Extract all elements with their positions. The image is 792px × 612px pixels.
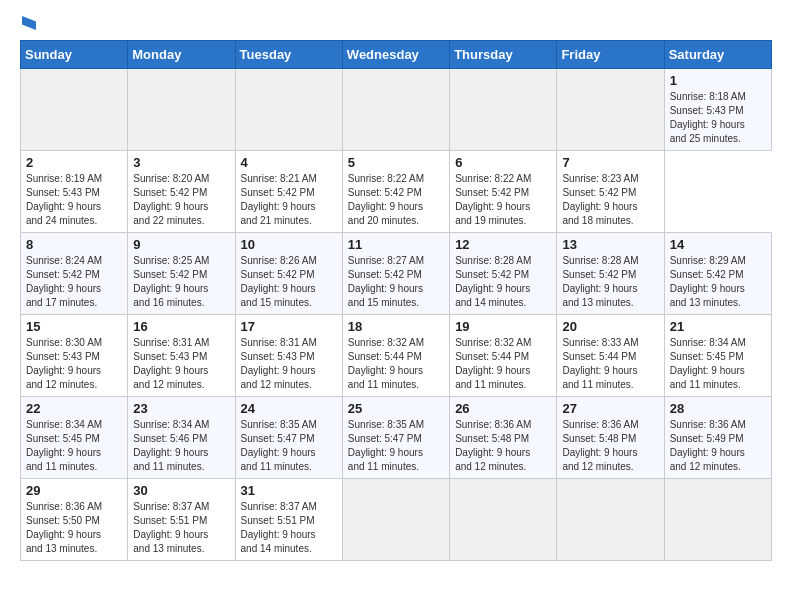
calendar-cell: 16Sunrise: 8:31 AMSunset: 5:43 PMDayligh… (128, 315, 235, 397)
calendar-week-row: 2Sunrise: 8:19 AMSunset: 5:43 PMDaylight… (21, 151, 772, 233)
calendar-cell: 10Sunrise: 8:26 AMSunset: 5:42 PMDayligh… (235, 233, 342, 315)
calendar-cell: 30Sunrise: 8:37 AMSunset: 5:51 PMDayligh… (128, 479, 235, 561)
cell-info: Sunrise: 8:35 AMSunset: 5:47 PMDaylight:… (348, 418, 444, 474)
calendar-cell (450, 479, 557, 561)
calendar-cell (557, 69, 664, 151)
day-number: 16 (133, 319, 229, 334)
calendar-cell: 9Sunrise: 8:25 AMSunset: 5:42 PMDaylight… (128, 233, 235, 315)
cell-info: Sunrise: 8:35 AMSunset: 5:47 PMDaylight:… (241, 418, 337, 474)
day-header-tuesday: Tuesday (235, 41, 342, 69)
day-number: 23 (133, 401, 229, 416)
calendar-cell: 11Sunrise: 8:27 AMSunset: 5:42 PMDayligh… (342, 233, 449, 315)
page-header (20, 16, 772, 30)
day-number: 6 (455, 155, 551, 170)
calendar-week-row: 29Sunrise: 8:36 AMSunset: 5:50 PMDayligh… (21, 479, 772, 561)
calendar-cell: 14Sunrise: 8:29 AMSunset: 5:42 PMDayligh… (664, 233, 771, 315)
cell-info: Sunrise: 8:34 AMSunset: 5:45 PMDaylight:… (26, 418, 122, 474)
calendar-cell (235, 69, 342, 151)
calendar-cell: 7Sunrise: 8:23 AMSunset: 5:42 PMDaylight… (557, 151, 664, 233)
calendar-cell: 5Sunrise: 8:22 AMSunset: 5:42 PMDaylight… (342, 151, 449, 233)
cell-info: Sunrise: 8:26 AMSunset: 5:42 PMDaylight:… (241, 254, 337, 310)
calendar-cell: 15Sunrise: 8:30 AMSunset: 5:43 PMDayligh… (21, 315, 128, 397)
day-number: 19 (455, 319, 551, 334)
cell-info: Sunrise: 8:37 AMSunset: 5:51 PMDaylight:… (133, 500, 229, 556)
calendar-cell (342, 479, 449, 561)
cell-info: Sunrise: 8:34 AMSunset: 5:45 PMDaylight:… (670, 336, 766, 392)
calendar-table: SundayMondayTuesdayWednesdayThursdayFrid… (20, 40, 772, 561)
calendar-cell: 3Sunrise: 8:20 AMSunset: 5:42 PMDaylight… (128, 151, 235, 233)
calendar-cell: 12Sunrise: 8:28 AMSunset: 5:42 PMDayligh… (450, 233, 557, 315)
day-number: 27 (562, 401, 658, 416)
cell-info: Sunrise: 8:23 AMSunset: 5:42 PMDaylight:… (562, 172, 658, 228)
day-number: 9 (133, 237, 229, 252)
calendar-cell: 23Sunrise: 8:34 AMSunset: 5:46 PMDayligh… (128, 397, 235, 479)
calendar-header-row: SundayMondayTuesdayWednesdayThursdayFrid… (21, 41, 772, 69)
cell-info: Sunrise: 8:24 AMSunset: 5:42 PMDaylight:… (26, 254, 122, 310)
day-header-saturday: Saturday (664, 41, 771, 69)
calendar-cell: 18Sunrise: 8:32 AMSunset: 5:44 PMDayligh… (342, 315, 449, 397)
calendar-cell: 19Sunrise: 8:32 AMSunset: 5:44 PMDayligh… (450, 315, 557, 397)
calendar-cell (557, 479, 664, 561)
calendar-cell: 29Sunrise: 8:36 AMSunset: 5:50 PMDayligh… (21, 479, 128, 561)
day-number: 30 (133, 483, 229, 498)
calendar-cell: 21Sunrise: 8:34 AMSunset: 5:45 PMDayligh… (664, 315, 771, 397)
cell-info: Sunrise: 8:19 AMSunset: 5:43 PMDaylight:… (26, 172, 122, 228)
cell-info: Sunrise: 8:25 AMSunset: 5:42 PMDaylight:… (133, 254, 229, 310)
day-header-sunday: Sunday (21, 41, 128, 69)
calendar-cell (342, 69, 449, 151)
calendar-cell: 8Sunrise: 8:24 AMSunset: 5:42 PMDaylight… (21, 233, 128, 315)
day-number: 3 (133, 155, 229, 170)
day-number: 29 (26, 483, 122, 498)
calendar-cell: 13Sunrise: 8:28 AMSunset: 5:42 PMDayligh… (557, 233, 664, 315)
day-number: 10 (241, 237, 337, 252)
calendar-week-row: 22Sunrise: 8:34 AMSunset: 5:45 PMDayligh… (21, 397, 772, 479)
calendar-cell: 25Sunrise: 8:35 AMSunset: 5:47 PMDayligh… (342, 397, 449, 479)
calendar-week-row: 1Sunrise: 8:18 AMSunset: 5:43 PMDaylight… (21, 69, 772, 151)
day-header-thursday: Thursday (450, 41, 557, 69)
day-number: 2 (26, 155, 122, 170)
cell-info: Sunrise: 8:20 AMSunset: 5:42 PMDaylight:… (133, 172, 229, 228)
calendar-cell: 20Sunrise: 8:33 AMSunset: 5:44 PMDayligh… (557, 315, 664, 397)
cell-info: Sunrise: 8:36 AMSunset: 5:48 PMDaylight:… (455, 418, 551, 474)
day-number: 13 (562, 237, 658, 252)
day-number: 28 (670, 401, 766, 416)
day-number: 7 (562, 155, 658, 170)
day-number: 21 (670, 319, 766, 334)
day-number: 31 (241, 483, 337, 498)
cell-info: Sunrise: 8:30 AMSunset: 5:43 PMDaylight:… (26, 336, 122, 392)
cell-info: Sunrise: 8:28 AMSunset: 5:42 PMDaylight:… (455, 254, 551, 310)
calendar-cell: 31Sunrise: 8:37 AMSunset: 5:51 PMDayligh… (235, 479, 342, 561)
calendar-cell: 2Sunrise: 8:19 AMSunset: 5:43 PMDaylight… (21, 151, 128, 233)
day-number: 11 (348, 237, 444, 252)
calendar-cell: 27Sunrise: 8:36 AMSunset: 5:48 PMDayligh… (557, 397, 664, 479)
cell-info: Sunrise: 8:37 AMSunset: 5:51 PMDaylight:… (241, 500, 337, 556)
calendar-cell: 17Sunrise: 8:31 AMSunset: 5:43 PMDayligh… (235, 315, 342, 397)
cell-info: Sunrise: 8:36 AMSunset: 5:50 PMDaylight:… (26, 500, 122, 556)
day-header-wednesday: Wednesday (342, 41, 449, 69)
calendar-cell: 4Sunrise: 8:21 AMSunset: 5:42 PMDaylight… (235, 151, 342, 233)
calendar-cell (450, 69, 557, 151)
day-number: 4 (241, 155, 337, 170)
day-header-friday: Friday (557, 41, 664, 69)
day-number: 12 (455, 237, 551, 252)
calendar-cell (664, 479, 771, 561)
cell-info: Sunrise: 8:21 AMSunset: 5:42 PMDaylight:… (241, 172, 337, 228)
cell-info: Sunrise: 8:29 AMSunset: 5:42 PMDaylight:… (670, 254, 766, 310)
cell-info: Sunrise: 8:31 AMSunset: 5:43 PMDaylight:… (133, 336, 229, 392)
day-number: 5 (348, 155, 444, 170)
cell-info: Sunrise: 8:22 AMSunset: 5:42 PMDaylight:… (348, 172, 444, 228)
logo-icon (22, 16, 36, 30)
day-number: 24 (241, 401, 337, 416)
cell-info: Sunrise: 8:33 AMSunset: 5:44 PMDaylight:… (562, 336, 658, 392)
calendar-cell (21, 69, 128, 151)
day-number: 17 (241, 319, 337, 334)
cell-info: Sunrise: 8:31 AMSunset: 5:43 PMDaylight:… (241, 336, 337, 392)
calendar-cell: 22Sunrise: 8:34 AMSunset: 5:45 PMDayligh… (21, 397, 128, 479)
day-number: 18 (348, 319, 444, 334)
calendar-cell: 26Sunrise: 8:36 AMSunset: 5:48 PMDayligh… (450, 397, 557, 479)
day-number: 25 (348, 401, 444, 416)
day-number: 15 (26, 319, 122, 334)
cell-info: Sunrise: 8:32 AMSunset: 5:44 PMDaylight:… (455, 336, 551, 392)
day-header-monday: Monday (128, 41, 235, 69)
day-number: 26 (455, 401, 551, 416)
